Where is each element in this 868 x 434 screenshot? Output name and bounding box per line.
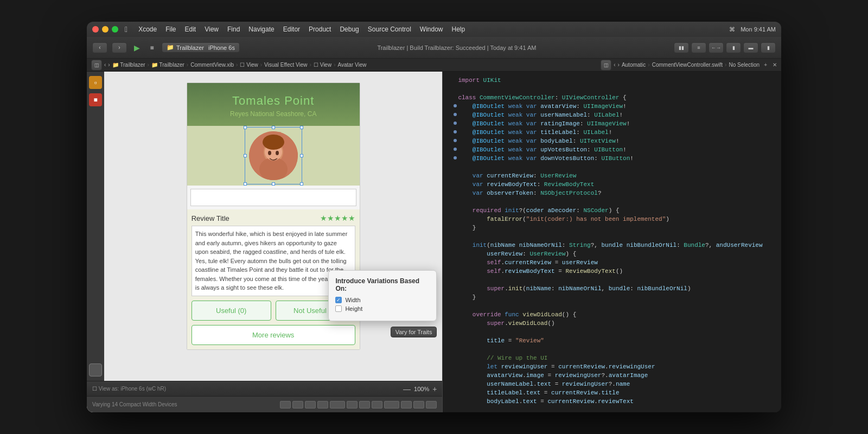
mini-device-5[interactable] <box>330 401 345 409</box>
mini-device-3[interactable] <box>305 401 316 409</box>
view-as-checkbox-icon[interactable]: ☐ <box>92 386 97 392</box>
menu-edit[interactable]: Edit <box>185 25 196 33</box>
breadcrumb-right-3[interactable]: No Selection <box>729 62 760 68</box>
useful-button[interactable]: Useful (0) <box>192 301 271 321</box>
breadcrumb-item-7[interactable]: Avatar View <box>337 62 366 68</box>
stars-display: ★★★★★ <box>320 214 355 222</box>
scheme-selector[interactable]: 📁 Trailblazer iPhone 6s <box>162 42 240 53</box>
mini-device-7[interactable] <box>359 401 370 409</box>
code-line: } <box>443 293 781 302</box>
editor-standard-button[interactable]: ▮▮ <box>674 42 689 53</box>
menu-file[interactable]: File <box>165 25 176 33</box>
hide-left-panel-button[interactable]: ▮ <box>726 42 741 53</box>
code-line: @IBOutlet weak var upVotesButton: UIButt… <box>443 145 781 154</box>
close-editor-button[interactable]: ✕ <box>773 62 777 68</box>
menu-help[interactable]: Help <box>452 25 465 33</box>
close-button[interactable] <box>92 26 99 33</box>
menu-find[interactable]: Find <box>227 25 240 33</box>
ib-cube-icon[interactable]: ▫ <box>89 76 102 89</box>
breadcrumb-nav-back[interactable]: ‹ <box>104 62 106 68</box>
menu-editor[interactable]: Editor <box>283 25 300 33</box>
ib-empty-icon[interactable] <box>89 363 102 376</box>
menu-navigate[interactable]: Navigate <box>248 25 274 33</box>
nav-back-button[interactable]: ‹ <box>92 42 107 53</box>
zoom-out-button[interactable]: — <box>403 385 411 393</box>
code-line: self.reviewBodyText = ReviewBodyText() <box>443 267 781 276</box>
mini-device-11[interactable] <box>413 401 424 409</box>
mini-device-6[interactable] <box>347 401 358 409</box>
height-option[interactable]: Height <box>335 305 430 312</box>
selection-box <box>245 127 302 184</box>
varying-status: Varying 14 Compact Width Devices <box>92 401 177 407</box>
title-bar:  Xcode File Edit View Find Navigate Edi… <box>87 22 781 37</box>
hide-bottom-panel-button[interactable]: ▬ <box>743 42 758 53</box>
menu-window[interactable]: Window <box>420 25 443 33</box>
breadcrumb-nav-forward[interactable]: › <box>108 62 110 68</box>
breadcrumb-right-1[interactable]: Automatic <box>622 62 646 68</box>
menu-debug[interactable]: Debug <box>340 25 359 33</box>
add-editor-button[interactable]: + <box>764 62 767 68</box>
breadcrumb-item-1[interactable]: 📁 Trailblazer <box>112 62 145 68</box>
avatar-selection[interactable] <box>249 131 298 180</box>
mini-device-10[interactable] <box>401 401 412 409</box>
more-reviews-button[interactable]: More reviews <box>192 325 355 345</box>
width-option[interactable]: ✓ Width <box>335 297 430 303</box>
zoom-in-button[interactable]: + <box>432 385 437 393</box>
code-line: super.init(nibName: nibNameOrNil, bundle… <box>443 284 781 293</box>
ib-hierarchy-icon[interactable]: ■ <box>89 93 102 106</box>
width-checkbox[interactable]: ✓ <box>335 297 342 303</box>
run-button[interactable]: ▶ <box>131 42 142 53</box>
device-name: iPhone 6s <box>208 44 235 51</box>
mini-device-8[interactable] <box>372 401 382 409</box>
breadcrumb-item-4[interactable]: ☐ View <box>240 62 258 68</box>
handle-bl[interactable] <box>244 182 247 186</box>
handle-tl[interactable] <box>244 126 247 129</box>
breadcrumb-nav-back-right[interactable]: ‹ <box>614 62 615 68</box>
editor-version-button[interactable]: ←→ <box>709 42 724 53</box>
breadcrumb-item-5[interactable]: Visual Effect View <box>264 62 308 68</box>
breadcrumb-right-2[interactable]: CommentViewController.swift <box>652 62 723 68</box>
menu-xcode[interactable]: Xcode <box>138 25 157 33</box>
username-field[interactable]: User name <box>190 189 356 206</box>
maximize-button[interactable] <box>112 26 118 33</box>
handle-tm[interactable] <box>272 126 275 129</box>
code-line: @IBOutlet weak var downVotesButton: UIBu… <box>443 154 781 163</box>
handle-mr[interactable] <box>300 154 303 157</box>
mini-device-2[interactable] <box>292 401 303 409</box>
mini-device-12[interactable] <box>426 401 437 409</box>
mini-device-9[interactable] <box>384 401 399 409</box>
menu-right: ⌘ Mon 9:41 AM <box>729 26 776 33</box>
build-status: Trailblazer | Build Trailblazer: Succeed… <box>244 44 669 51</box>
nav-forward-button[interactable]: › <box>112 42 127 53</box>
breadcrumb-nav-forward-right[interactable]: › <box>618 62 620 68</box>
code-line <box>443 276 781 284</box>
mini-device-4[interactable] <box>317 401 328 409</box>
menu-view[interactable]: View <box>205 25 219 33</box>
ib-panel: ▫ ■ Tomales Point Reyes National Seashor… <box>87 72 443 412</box>
minimize-button[interactable] <box>102 26 108 33</box>
breadcrumb-item-6[interactable]: ☐ View <box>314 62 331 68</box>
nav-view-toggle-right[interactable]: ◫ <box>601 60 611 71</box>
code-line <box>443 232 781 241</box>
menu-source-control[interactable]: Source Control <box>368 25 411 33</box>
hide-right-panel-button[interactable]: ▮ <box>761 42 776 53</box>
handle-ml[interactable] <box>244 154 247 157</box>
wifi-icon: ⌘ <box>729 26 735 33</box>
handle-br[interactable] <box>300 182 303 186</box>
code-editor[interactable]: import UIKit class CommentViewController… <box>443 72 781 412</box>
breadcrumb-item-2[interactable]: 📁 Trailblazer <box>151 62 184 68</box>
stop-button[interactable]: ■ <box>146 42 157 53</box>
code-line: @IBOutlet weak var bodyLabel: UITextView… <box>443 137 781 145</box>
traffic-lights <box>92 26 118 33</box>
nav-view-toggle[interactable]: ◫ <box>91 60 102 71</box>
handle-tr[interactable] <box>300 126 303 129</box>
height-checkbox[interactable] <box>335 305 342 312</box>
ib-content: ▫ ■ Tomales Point Reyes National Seashor… <box>87 72 442 381</box>
handle-bm[interactable] <box>272 182 275 186</box>
editor-assistant-button[interactable]: ≡ <box>691 42 706 53</box>
vary-for-traits-button[interactable]: Vary for Traits <box>391 327 437 337</box>
ib-canvas[interactable]: Tomales Point Reyes National Seashore, C… <box>104 72 442 381</box>
breadcrumb-item-3[interactable]: CommentView.xib <box>190 62 234 68</box>
mini-device-1[interactable] <box>280 401 291 409</box>
menu-product[interactable]: Product <box>309 25 331 33</box>
